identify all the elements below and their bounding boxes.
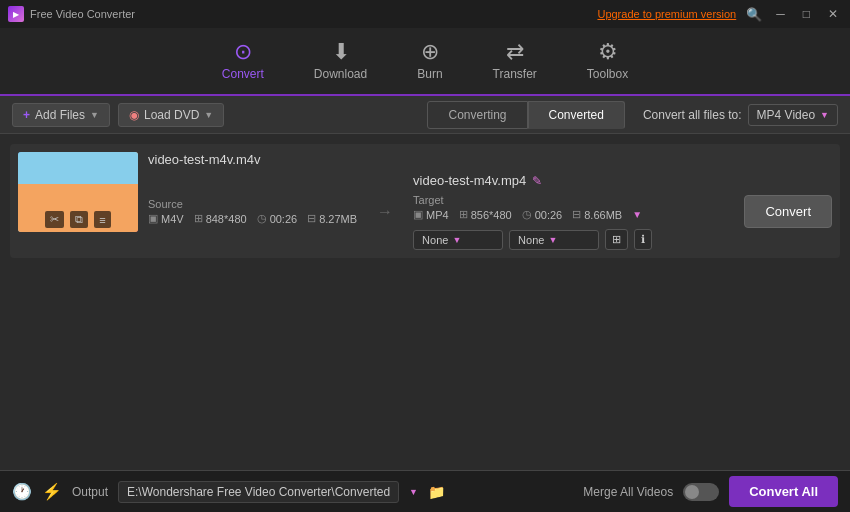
target-format: MP4 (426, 209, 449, 221)
source-label: Source (148, 198, 357, 210)
copy-button[interactable]: ⧉ (70, 211, 88, 228)
format-select[interactable]: MP4 Video ▼ (748, 104, 838, 126)
format-arrow-icon: ▼ (820, 110, 829, 120)
nav-convert[interactable]: ⊙ Convert (222, 41, 264, 81)
nav-toolbox-label: Toolbox (587, 67, 628, 81)
target-label: Target (413, 194, 642, 206)
bottom-bar: 🕐 ⚡ Output E:\Wondershare Free Video Con… (0, 470, 850, 512)
effect1-select[interactable]: None ▼ (413, 230, 503, 250)
maximize-button[interactable]: □ (799, 7, 814, 21)
nav-burn[interactable]: ⊕ Burn (417, 41, 442, 81)
info-icon-button[interactable]: ℹ (634, 229, 652, 250)
target-resolution-item: ⊞ 856*480 (459, 208, 512, 221)
load-dvd-button[interactable]: ◉ Load DVD ▼ (118, 103, 224, 127)
source-format: M4V (161, 213, 184, 225)
toolbar: + Add Files ▼ ◉ Load DVD ▼ Converting Co… (0, 96, 850, 134)
effect-dropdown-row: None ▼ None ▼ ⊞ ℹ (413, 229, 729, 250)
video-thumbnail: ✂ ⧉ ≡ (18, 152, 138, 232)
target-size-item: ⊟ 8.66MB (572, 208, 622, 221)
target-dur-icon: ◷ (522, 208, 532, 221)
source-size-item: ⊟ 8.27MB (307, 212, 357, 225)
tab-converting[interactable]: Converting (427, 101, 527, 129)
add-files-label: Add Files (35, 108, 85, 122)
convert-all-button[interactable]: Convert All (729, 476, 838, 507)
target-size-icon: ⊟ (572, 208, 581, 221)
convert-all-section: Convert all files to: MP4 Video ▼ (643, 104, 838, 126)
target-section: video-test-m4v.mp4 ✎ Target ▣ MP4 (413, 173, 729, 250)
convert-button[interactable]: Convert (744, 195, 832, 228)
close-button[interactable]: ✕ (824, 7, 842, 21)
merge-toggle[interactable] (683, 483, 719, 501)
output-path: E:\Wondershare Free Video Converter\Conv… (118, 481, 399, 503)
effect2-arrow: ▼ (548, 235, 557, 245)
nav-toolbox[interactable]: ⚙ Toolbox (587, 41, 628, 81)
nav-convert-label: Convert (222, 67, 264, 81)
edit-icon[interactable]: ✎ (532, 174, 542, 188)
source-resolution-item: ⊞ 848*480 (194, 212, 247, 225)
target-size: 8.66MB (584, 209, 622, 221)
app-logo: ▶ (8, 6, 24, 22)
target-duration: 00:26 (535, 209, 563, 221)
merge-icon-button[interactable]: ⊞ (605, 229, 628, 250)
file-row: ✂ ⧉ ≡ video-test-m4v.m4v Source ▣ M4V (10, 144, 840, 258)
add-files-arrow: ▼ (90, 110, 99, 120)
source-info-row: Source ▣ M4V ⊞ 848*480 ◷ 00:26 (148, 173, 832, 250)
output-label: Output (72, 485, 108, 499)
target-resolution: 856*480 (471, 209, 512, 221)
nav-bar: ⊙ Convert ⬇ Download ⊕ Burn ⇄ Transfer ⚙… (0, 28, 850, 96)
toolbox-icon: ⚙ (598, 41, 618, 63)
effect2-value: None (518, 234, 544, 246)
target-name-row: video-test-m4v.mp4 ✎ (413, 173, 729, 188)
output-path-arrow[interactable]: ▼ (409, 487, 418, 497)
bolt-icon[interactable]: ⚡ (42, 482, 62, 501)
upgrade-link[interactable]: Upgrade to premium version (597, 8, 736, 20)
download-icon: ⬇ (332, 41, 350, 63)
minimize-button[interactable]: ─ (772, 7, 789, 21)
nav-transfer[interactable]: ⇄ Transfer (493, 41, 537, 81)
target-dropdown-arrow[interactable]: ▼ (632, 209, 642, 220)
arrow-separator: → (372, 203, 398, 221)
tabs: Converting Converted (427, 101, 624, 129)
convert-icon: ⊙ (234, 41, 252, 63)
list-button[interactable]: ≡ (94, 211, 110, 228)
target-meta: ▣ MP4 ⊞ 856*480 ◷ 00:26 (413, 208, 642, 221)
load-dvd-label: Load DVD (144, 108, 199, 122)
nav-download[interactable]: ⬇ Download (314, 41, 367, 81)
target-group: Target ▣ MP4 ⊞ 856*480 (413, 194, 642, 221)
effect1-value: None (422, 234, 448, 246)
tab-converted[interactable]: Converted (528, 101, 625, 129)
nav-transfer-label: Transfer (493, 67, 537, 81)
resolution-icon: ⊞ (194, 212, 203, 225)
folder-icon[interactable]: 📁 (428, 484, 445, 500)
effect2-select[interactable]: None ▼ (509, 230, 599, 250)
title-bar-left: ▶ Free Video Converter (8, 6, 135, 22)
duration-icon: ◷ (257, 212, 267, 225)
source-size: 8.27MB (319, 213, 357, 225)
nav-download-label: Download (314, 67, 367, 81)
transfer-icon: ⇄ (506, 41, 524, 63)
target-meta-row: Target ▣ MP4 ⊞ 856*480 (413, 194, 729, 221)
file-info: video-test-m4v.m4v Source ▣ M4V ⊞ 848*48… (148, 152, 832, 250)
effect1-arrow: ▼ (452, 235, 461, 245)
nav-burn-label: Burn (417, 67, 442, 81)
title-bar-controls: Upgrade to premium version 🔍 ─ □ ✕ (597, 7, 842, 22)
cut-button[interactable]: ✂ (45, 211, 64, 228)
title-bar: ▶ Free Video Converter Upgrade to premiu… (0, 0, 850, 28)
target-res-icon: ⊞ (459, 208, 468, 221)
search-icon[interactable]: 🔍 (746, 7, 762, 22)
plus-icon: + (23, 108, 30, 122)
source-filename: video-test-m4v.m4v (148, 152, 832, 167)
convert-all-label: Convert all files to: (643, 108, 742, 122)
main-content: ✂ ⧉ ≡ video-test-m4v.m4v Source ▣ M4V (0, 134, 850, 470)
load-dvd-arrow: ▼ (204, 110, 213, 120)
format-value: MP4 Video (757, 108, 815, 122)
thumbnail-overlay: ✂ ⧉ ≡ (18, 211, 138, 228)
add-files-button[interactable]: + Add Files ▼ (12, 103, 110, 127)
merge-label: Merge All Videos (583, 485, 673, 499)
burn-icon: ⊕ (421, 41, 439, 63)
dvd-icon: ◉ (129, 108, 139, 122)
clock-icon[interactable]: 🕐 (12, 482, 32, 501)
target-format-item: ▣ MP4 (413, 208, 449, 221)
source-group: Source ▣ M4V ⊞ 848*480 ◷ 00:26 (148, 198, 357, 225)
source-format-item: ▣ M4V (148, 212, 184, 225)
